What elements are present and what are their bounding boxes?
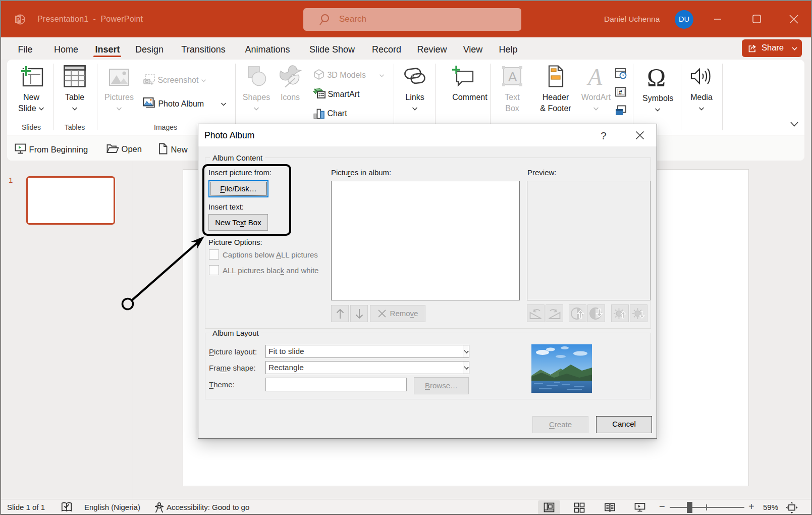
svg-text:#: # (619, 89, 622, 96)
svg-text:A: A (508, 69, 517, 84)
svg-text:P: P (16, 16, 20, 23)
svg-text:A: A (586, 65, 603, 88)
svg-text:Ω: Ω (647, 65, 666, 89)
